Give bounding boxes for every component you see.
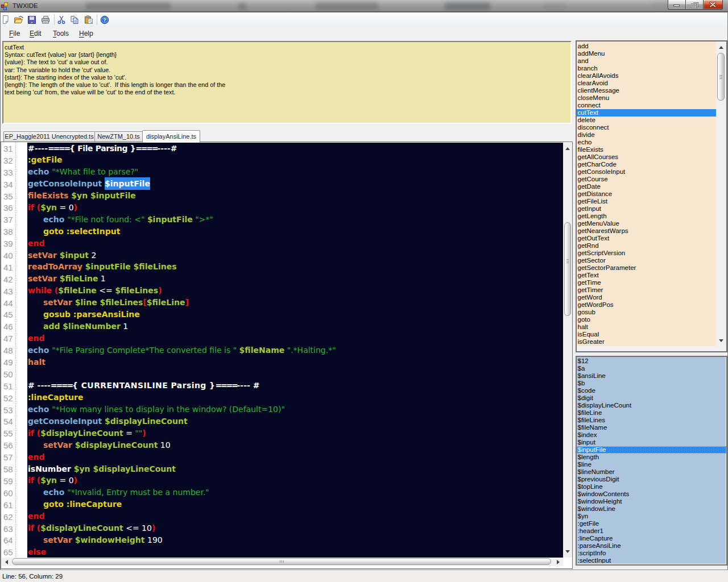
list-item-code[interactable]: $code bbox=[577, 387, 726, 394]
list-item-selectInput[interactable]: :selectInput bbox=[577, 557, 726, 564]
scroll-left-icon[interactable] bbox=[5, 560, 8, 564]
list-item-halt[interactable]: halt bbox=[577, 323, 716, 331]
save-icon[interactable] bbox=[27, 15, 36, 24]
close-button[interactable] bbox=[704, 0, 723, 10]
list-item-scriptInfo[interactable]: :scriptInfo bbox=[577, 550, 726, 557]
list-item-displayLineCount[interactable]: $displayLineCount bbox=[577, 402, 726, 409]
list-item-clearAllAvoids[interactable]: clearAllAvoids bbox=[577, 72, 716, 80]
application-icon[interactable] bbox=[1, 2, 9, 11]
list-item-getCourse[interactable]: getCourse bbox=[577, 176, 716, 183]
list-item-getTimer[interactable]: getTimer bbox=[577, 286, 716, 294]
commands-list[interactable]: addaddMenuandbranchclearAllAvoidsclearAv… bbox=[577, 41, 716, 346]
list-item-windowContents[interactable]: $windowContents bbox=[577, 490, 726, 498]
list-item-gosub[interactable]: gosub bbox=[577, 309, 716, 316]
list-item-and[interactable]: and bbox=[577, 57, 716, 65]
code-text-area[interactable]: #----===={ File Parsing }====----#:getFi… bbox=[27, 143, 563, 558]
list-item-isGreater[interactable]: isGreater bbox=[577, 338, 716, 346]
list-item-add[interactable]: add bbox=[577, 43, 716, 50]
list-item-addMenu[interactable]: addMenu bbox=[577, 50, 716, 57]
menu-item-tools[interactable]: Tools bbox=[53, 30, 69, 38]
list-item-getSector[interactable]: getSector bbox=[577, 257, 716, 264]
paste-icon[interactable] bbox=[84, 15, 93, 24]
list-item-previousDigit[interactable]: $previousDigit bbox=[577, 476, 726, 483]
list-item-disconnect[interactable]: disconnect bbox=[577, 124, 716, 131]
list-item-goto[interactable]: goto bbox=[577, 316, 716, 323]
restore-button[interactable] bbox=[685, 0, 704, 10]
list-item-delete[interactable]: delete bbox=[577, 117, 716, 124]
list-item-getFile[interactable]: :getFile bbox=[577, 520, 726, 527]
list-item-echo[interactable]: echo bbox=[577, 139, 716, 146]
copy-icon[interactable] bbox=[70, 15, 79, 24]
list-item-digit[interactable]: $digit bbox=[577, 394, 726, 402]
scroll-down-icon[interactable] bbox=[719, 339, 723, 342]
list-item-getSectorParameter[interactable]: getSectorParameter bbox=[577, 264, 716, 272]
list-item-closeMenu[interactable]: closeMenu bbox=[577, 94, 716, 102]
list-item-getDate[interactable]: getDate bbox=[577, 183, 716, 190]
cut-icon[interactable] bbox=[57, 15, 66, 24]
list-item-lineNumber[interactable]: $lineNumber bbox=[577, 468, 726, 476]
list-item-12[interactable]: $12 bbox=[577, 357, 726, 365]
list-item-cutText[interactable]: cutText bbox=[577, 109, 716, 117]
editor-vscroll-thumb[interactable] bbox=[564, 222, 571, 316]
list-item-getWordPos[interactable]: getWordPos bbox=[577, 301, 716, 309]
list-item-getConsoleInput[interactable]: getConsoleInput bbox=[577, 168, 716, 176]
menu-item-help[interactable]: Help bbox=[79, 30, 93, 38]
tab-displayansiline-ts[interactable]: displayAnsiLine.ts bbox=[142, 130, 200, 143]
list-item-fileExists[interactable]: fileExists bbox=[577, 146, 716, 153]
list-item-yn[interactable]: $yn bbox=[577, 513, 726, 520]
list-item-getDistance[interactable]: getDistance bbox=[577, 190, 716, 198]
list-item-getNearestWarps[interactable]: getNearestWarps bbox=[577, 227, 716, 235]
list-item-getWord[interactable]: getWord bbox=[577, 294, 716, 301]
list-item-connect[interactable]: connect bbox=[577, 102, 716, 109]
list-item-isEqual[interactable]: isEqual bbox=[577, 331, 716, 338]
list-item-lineCapture[interactable]: :lineCapture bbox=[577, 535, 726, 542]
commands-scroll-thumb[interactable] bbox=[717, 53, 725, 101]
list-item-topLine[interactable]: $topLine bbox=[577, 483, 726, 490]
list-item-getFileList[interactable]: getFileList bbox=[577, 198, 716, 205]
list-item-header1[interactable]: :header1 bbox=[577, 527, 726, 535]
list-item-ansiLine[interactable]: $ansiLine bbox=[577, 372, 726, 380]
list-item-clientMessage[interactable]: clientMessage bbox=[577, 87, 716, 94]
scroll-right-icon[interactable] bbox=[557, 560, 560, 564]
list-item-divide[interactable]: divide bbox=[577, 131, 716, 139]
list-item-getAllCourses[interactable]: getAllCourses bbox=[577, 153, 716, 161]
list-item-getCharCode[interactable]: getCharCode bbox=[577, 161, 716, 168]
list-item-inputFile[interactable]: $inputFile bbox=[577, 446, 726, 454]
list-item-windowHeight[interactable]: $windowHeight bbox=[577, 498, 726, 505]
list-item-getScriptVersion[interactable]: getScriptVersion bbox=[577, 250, 716, 257]
list-item-getInput[interactable]: getInput bbox=[577, 205, 716, 213]
list-item-fileName[interactable]: $fileName bbox=[577, 424, 726, 431]
list-item-length[interactable]: $length bbox=[577, 454, 726, 461]
new-document-icon[interactable] bbox=[2, 15, 11, 24]
menu-item-file[interactable]: File bbox=[9, 30, 20, 38]
commands-scrollbar[interactable] bbox=[716, 41, 726, 346]
editor-horizontal-scrollbar[interactable] bbox=[2, 558, 563, 566]
list-item-getOutText[interactable]: getOutText bbox=[577, 235, 716, 242]
list-item-a[interactable]: $a bbox=[577, 365, 726, 372]
menu-item-edit[interactable]: Edit bbox=[30, 30, 42, 38]
list-item-branch[interactable]: branch bbox=[577, 65, 716, 72]
help-icon[interactable]: ? bbox=[100, 15, 109, 24]
variables-list[interactable]: $12$a$ansiLine$b$code$digit$displayLineC… bbox=[577, 357, 726, 563]
list-item-clearAvoid[interactable]: clearAvoid bbox=[577, 80, 716, 87]
tab-newztm_10-ts[interactable]: NewZTM_10.ts bbox=[94, 131, 143, 142]
tab-ep_haggle2011-unencrypted-ts[interactable]: EP_Haggle2011 Unencrypted.ts bbox=[3, 131, 95, 142]
editor-vertical-scrollbar[interactable] bbox=[563, 143, 572, 558]
list-item-b[interactable]: $b bbox=[577, 380, 726, 387]
print-icon[interactable] bbox=[41, 15, 50, 24]
editor-hscroll-thumb[interactable] bbox=[12, 558, 551, 565]
list-item-fileLine[interactable]: $fileLine bbox=[577, 409, 726, 417]
list-item-windowLine[interactable]: $windowLine bbox=[577, 505, 726, 513]
list-item-getTime[interactable]: getTime bbox=[577, 279, 716, 286]
scroll-up-icon[interactable] bbox=[565, 147, 570, 150]
list-item-parseAnsiLine[interactable]: :parseAnsiLine bbox=[577, 542, 726, 550]
minimize-button[interactable] bbox=[668, 0, 685, 10]
list-item-input[interactable]: $input bbox=[577, 439, 726, 446]
open-folder-icon[interactable] bbox=[14, 15, 23, 24]
list-item-getMenuValue[interactable]: getMenuValue bbox=[577, 220, 716, 227]
list-item-getLength[interactable]: getLength bbox=[577, 213, 716, 220]
list-item-getRnd[interactable]: getRnd bbox=[577, 242, 716, 250]
list-item-index[interactable]: $index bbox=[577, 431, 726, 439]
list-item-getText[interactable]: getText bbox=[577, 272, 716, 279]
list-item-line[interactable]: $line bbox=[577, 461, 726, 468]
